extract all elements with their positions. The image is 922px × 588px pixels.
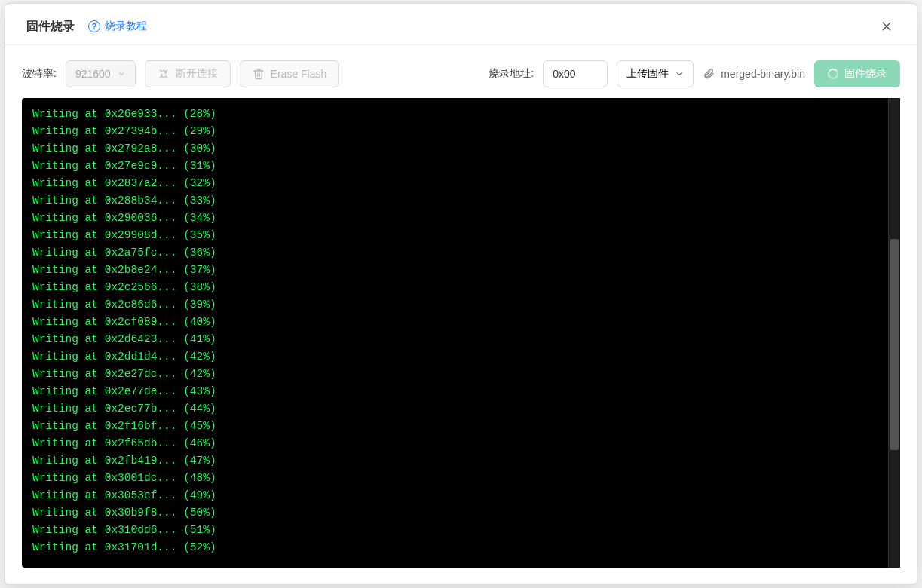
unlink-icon [158, 68, 170, 80]
paperclip-icon [703, 68, 715, 80]
disconnect-button[interactable]: 断开连接 [145, 60, 231, 87]
attached-file[interactable]: merged-binary.bin [703, 68, 805, 80]
toolbar: 波特率: 921600 断开连接 Erase Flash 烧录地址: 上传固件 … [5, 45, 917, 98]
console-scrollbar[interactable] [888, 98, 900, 568]
erase-flash-label: Erase Flash [271, 68, 327, 80]
baud-rate-value: 921600 [75, 68, 111, 80]
disconnect-label: 断开连接 [176, 67, 218, 81]
help-icon: ? [88, 20, 100, 32]
burn-address-label: 烧录地址: [489, 67, 534, 81]
trash-icon [253, 68, 265, 80]
baud-rate-select[interactable]: 921600 [66, 60, 136, 87]
close-icon [881, 20, 893, 32]
console-output: Writing at 0x26e933... (28%) Writing at … [22, 98, 888, 568]
burn-firmware-button[interactable]: 固件烧录 [814, 60, 900, 87]
attached-file-name: merged-binary.bin [721, 68, 805, 80]
loading-spinner-icon [828, 69, 838, 79]
erase-flash-button[interactable]: Erase Flash [240, 60, 340, 87]
baud-rate-label: 波特率: [22, 67, 57, 81]
upload-firmware-button[interactable]: 上传固件 [617, 60, 694, 87]
chevron-down-icon [675, 69, 684, 78]
upload-firmware-label: 上传固件 [626, 67, 669, 81]
console-panel: Writing at 0x26e933... (28%) Writing at … [22, 98, 900, 568]
modal-title: 固件烧录 [26, 19, 75, 35]
burn-address-input[interactable] [543, 60, 608, 87]
console-scrollbar-thumb[interactable] [890, 239, 899, 450]
chevron-down-icon [117, 69, 126, 78]
help-label: 烧录教程 [105, 20, 147, 33]
burn-firmware-label: 固件烧录 [844, 67, 887, 81]
help-tutorial-link[interactable]: ? 烧录教程 [88, 20, 147, 33]
firmware-burn-modal: 固件烧录 ? 烧录教程 波特率: 921600 断开连接 Erase Flash… [5, 3, 917, 585]
close-button[interactable] [878, 17, 896, 35]
modal-header: 固件烧录 ? 烧录教程 [5, 4, 917, 44]
